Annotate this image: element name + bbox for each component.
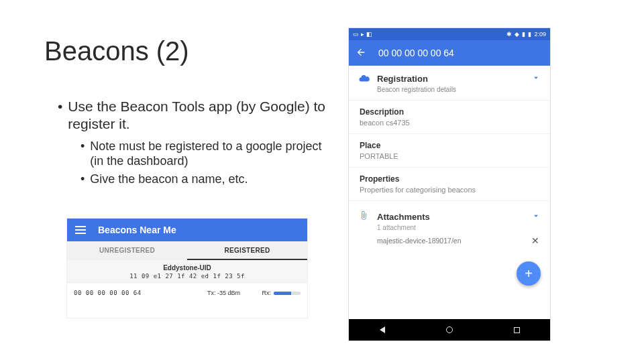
appbar-title: Beacons Near Me: [98, 225, 176, 235]
field-description[interactable]: Description beacon cs4735: [349, 101, 550, 134]
screenshot-beacons-near-me: Beacons Near Me UNREGISTERED REGISTERED …: [67, 219, 307, 318]
nav-back-icon[interactable]: [380, 326, 385, 333]
field-value: Properties for categorising beacons: [360, 186, 539, 194]
detail-body: Registration Beacon registration details…: [349, 66, 550, 319]
field-place[interactable]: Place PORTABLE: [349, 134, 550, 168]
bullet-dot: •: [58, 98, 62, 133]
cloud-icon: [358, 72, 370, 84]
beacon-group-header: Eddystone-UID 11 09 e1 27 1f 42 ed 1f 23…: [67, 260, 307, 283]
image-icon: ▭: [353, 31, 359, 38]
bullet-list: • Use the Beacon Tools app (by Google) t…: [58, 98, 326, 189]
clock: 2:09: [534, 31, 546, 38]
android-nav-bar: [349, 319, 550, 341]
sub-bullet1-text: Note must be registered to a google proj…: [90, 139, 326, 169]
sub-bullet2-text: Give the beacon a name, etc.: [90, 172, 248, 187]
bullet-level2: • Give the beacon a name, etc.: [80, 172, 326, 187]
status-bar: ▭ ▸ ◧ ✱ ◆ ▮ ▮ 2:09: [349, 28, 550, 40]
paperclip-icon: [358, 210, 370, 223]
beacon-namespace: 11 09 e1 27 1f 42 ed 1f 23 5f: [67, 273, 307, 280]
wifi-icon: ◆: [515, 31, 519, 38]
attachment-name: majestic-device-189017/en: [377, 237, 462, 245]
field-properties[interactable]: Properties Properties for categorising b…: [349, 168, 550, 201]
beacon-instance-id: 00 00 00 00 00 64: [74, 290, 186, 296]
beacon-rx: Rx:: [240, 290, 301, 296]
fab-add-button[interactable]: +: [517, 261, 541, 286]
registration-header[interactable]: Registration: [349, 66, 550, 86]
signal-icon: ▮: [522, 31, 525, 38]
appbar-title: 00 00 00 00 00 64: [378, 48, 454, 58]
attachment-row[interactable]: majestic-device-189017/en ✕: [349, 231, 550, 253]
bluetooth-icon: ✱: [506, 31, 512, 38]
field-label: Place: [360, 141, 539, 150]
field-label: Description: [360, 107, 539, 117]
registration-title: Registration: [377, 74, 525, 84]
beacon-tx: Tx: -35 dBm: [186, 290, 240, 296]
cast-icon: ◧: [366, 31, 372, 38]
attachments-header[interactable]: Attachments: [349, 204, 550, 224]
chevron-down-icon: [531, 73, 541, 84]
bullet-level1: • Use the Beacon Tools app (by Google) t…: [58, 98, 326, 133]
bullet-dot: •: [80, 139, 85, 169]
battery-icon: ▮: [528, 31, 531, 38]
bullet-level2: • Note must be registered to a google pr…: [80, 139, 326, 169]
registration-subtitle: Beacon registration details: [349, 86, 550, 101]
tab-unregistered[interactable]: UNREGISTERED: [67, 241, 187, 260]
beacon-row[interactable]: 00 00 00 00 00 64 Tx: -35 dBm Rx:: [67, 283, 307, 303]
field-label: Properties: [360, 174, 539, 184]
appbar: Beacons Near Me: [67, 219, 307, 241]
appbar: 00 00 00 00 00 64: [349, 40, 550, 66]
attachments-count: 1 attachment: [349, 224, 550, 231]
screenshot-beacon-detail: ▭ ▸ ◧ ✱ ◆ ▮ ▮ 2:09 00 00 00 00 00 64: [349, 28, 550, 341]
slide-title: Beacons (2): [44, 36, 189, 66]
beacon-type: Eddystone-UID: [67, 264, 307, 272]
attachments-title: Attachments: [377, 212, 525, 222]
nav-home-icon[interactable]: [446, 326, 453, 333]
hamburger-icon[interactable]: [75, 226, 86, 234]
rx-label: Rx:: [262, 290, 272, 296]
field-value: PORTABLE: [360, 152, 539, 160]
tabs: UNREGISTERED REGISTERED: [67, 241, 307, 260]
chevron-down-icon: [531, 211, 541, 223]
tab-registered[interactable]: REGISTERED: [187, 241, 307, 260]
play-icon: ▸: [361, 31, 364, 38]
signal-bar: [274, 292, 301, 295]
field-value: beacon cs4735: [360, 119, 539, 127]
bullet-dot: •: [80, 172, 85, 187]
bullet1-text: Use the Beacon Tools app (by Google) to …: [68, 98, 326, 133]
close-icon[interactable]: ✕: [531, 235, 539, 246]
nav-recents-icon[interactable]: [514, 327, 520, 333]
back-icon[interactable]: [356, 47, 368, 60]
